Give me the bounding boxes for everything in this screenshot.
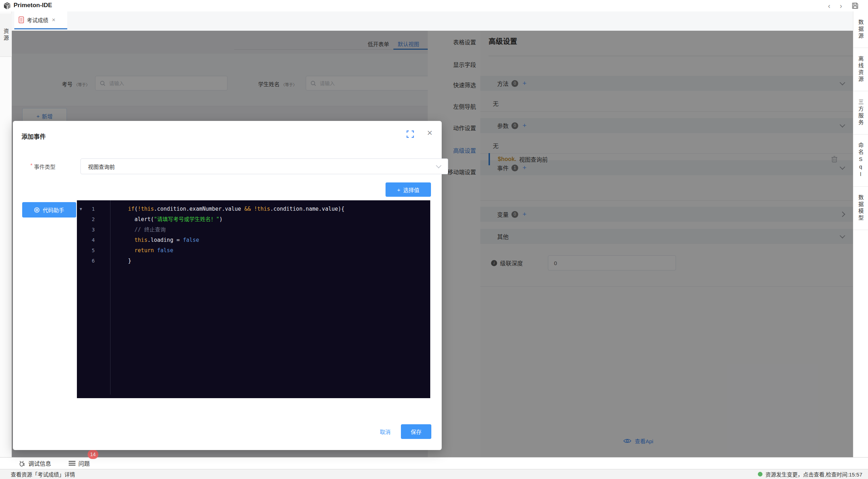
line-number: 4	[85, 235, 95, 245]
debug-info-button[interactable]: 调试信息	[19, 458, 51, 469]
code-line[interactable]: 6}	[77, 256, 430, 266]
fold-gutter	[77, 225, 85, 235]
right-tab-third-party-services[interactable]: 三方服务	[853, 91, 868, 135]
document-tab-bar: 考试成绩 ×	[12, 11, 853, 31]
tab-close-icon[interactable]: ×	[52, 16, 55, 24]
right-tab-named-sql[interactable]: 命名Sql	[853, 135, 868, 187]
list-icon	[69, 460, 75, 466]
fold-gutter	[77, 256, 85, 266]
code-line[interactable]: 4 this.loading = false	[77, 235, 430, 245]
app-logo-icon	[3, 1, 11, 10]
save-icon[interactable]	[851, 2, 859, 10]
status-bar: 查看资源「考试成绩」详情 资源发生变更，点击查看,检查时间:15:57	[0, 469, 868, 479]
code-line[interactable]: 2 alert("请填写考号或学生姓名！")	[77, 214, 430, 225]
nav-back-icon[interactable]: ‹	[828, 1, 830, 10]
line-number: 3	[85, 225, 95, 235]
line-number: 5	[85, 245, 95, 256]
problems-count-badge[interactable]: 14	[88, 450, 98, 459]
tab-exam-scores[interactable]: 考试成绩 ×	[14, 11, 67, 29]
status-right[interactable]: 资源发生变更，点击查看,检查时间:15:57	[758, 470, 862, 478]
target-icon	[34, 207, 40, 213]
code-text: alert("请填写考号或学生姓名！")	[95, 214, 222, 225]
add-event-dialog: 添加事件 × * 事件类型 视图查询前 + 选择值 代码助手 ▼1if	[13, 121, 442, 450]
code-text: return false	[95, 245, 173, 256]
code-text: }	[95, 256, 131, 266]
code-lines: ▼1if(!this.condition.examNumber.value &&…	[77, 204, 430, 266]
code-line[interactable]: 3 // 终止查询	[77, 225, 430, 235]
dialog-title: 添加事件	[21, 132, 46, 141]
left-sidebar-strip: 资源	[0, 11, 12, 457]
fold-gutter	[77, 214, 85, 225]
nav-forward-icon[interactable]: ›	[840, 1, 842, 10]
status-green-dot-icon	[758, 472, 762, 476]
line-number: 2	[85, 214, 95, 225]
event-type-label: 事件类型	[34, 163, 55, 170]
problems-button[interactable]: 问题	[69, 458, 90, 469]
chevron-down-icon	[436, 163, 442, 168]
code-assistant-button[interactable]: 代码助手	[22, 202, 76, 217]
right-tab-offline-resources[interactable]: 离线资源	[853, 48, 868, 91]
document-icon	[19, 16, 24, 23]
right-sidebar-strip: 数据源 离线资源 三方服务 命名Sql 数据模型	[853, 11, 868, 457]
title-bar: Primeton-IDE ‹ ›	[0, 0, 868, 12]
event-type-select[interactable]: 视图查询前	[80, 158, 448, 174]
required-asterisk: *	[30, 162, 33, 168]
sidebar-tab-label: 资源	[2, 28, 10, 42]
app-window: Primeton-IDE ‹ › 考试成绩 × 资源 低开表单 默认视	[0, 0, 868, 479]
fold-gutter	[77, 235, 85, 245]
save-button[interactable]: 保存	[401, 424, 431, 439]
close-icon[interactable]: ×	[427, 127, 432, 138]
line-number: 6	[85, 256, 95, 266]
bottom-toolbar: 调试信息 问题 14	[0, 457, 868, 469]
fold-gutter	[77, 245, 85, 256]
line-number: 1	[85, 204, 95, 214]
code-text: // 终止查询	[95, 225, 166, 235]
code-text: this.loading = false	[95, 235, 199, 245]
app-title: Primeton-IDE	[14, 2, 52, 9]
plus-icon: +	[397, 187, 401, 193]
right-tab-data-source[interactable]: 数据源	[853, 11, 868, 48]
code-line[interactable]: ▼1if(!this.condition.examNumber.value &&…	[77, 204, 430, 214]
debug-bug-icon	[19, 460, 25, 467]
code-editor[interactable]: ▼1if(!this.condition.examNumber.value &&…	[77, 200, 430, 398]
sidebar-tab-resources[interactable]: 资源	[0, 14, 12, 57]
select-value-button[interactable]: + 选择值	[386, 182, 431, 197]
fullscreen-icon[interactable]	[406, 130, 414, 138]
code-line[interactable]: 5 return false	[77, 245, 430, 256]
cancel-button[interactable]: 取消	[380, 428, 391, 435]
fold-arrow-icon[interactable]: ▼	[77, 204, 85, 214]
status-right-text: 资源发生变更，点击查看,检查时间:15:57	[765, 470, 862, 478]
right-tab-data-model[interactable]: 数据模型	[853, 187, 868, 230]
code-text: if(!this.condition.examNumber.value && !…	[95, 204, 344, 214]
status-left-text[interactable]: 查看资源「考试成绩」详情	[11, 470, 75, 478]
tab-label: 考试成绩	[27, 16, 48, 24]
event-type-value: 视图查询前	[88, 163, 115, 170]
